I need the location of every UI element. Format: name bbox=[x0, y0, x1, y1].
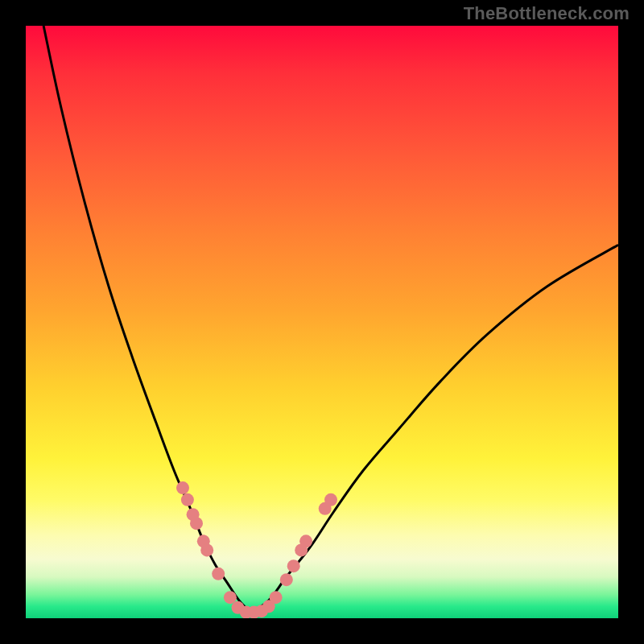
data-marker bbox=[299, 535, 312, 547]
right-branch-path bbox=[251, 245, 618, 612]
data-marker bbox=[324, 493, 337, 506]
data-marker bbox=[181, 493, 194, 506]
data-marker bbox=[280, 573, 293, 586]
data-marker bbox=[224, 591, 237, 604]
data-marker bbox=[270, 591, 283, 604]
left-branch-path bbox=[43, 26, 251, 613]
data-marker bbox=[190, 517, 203, 530]
chart-frame: TheBottleneck.com bbox=[0, 0, 644, 644]
data-marker bbox=[212, 568, 225, 580]
curve-right bbox=[251, 245, 618, 612]
data-marker bbox=[176, 481, 189, 494]
curve-layer bbox=[26, 26, 618, 618]
curve-left bbox=[43, 26, 251, 613]
data-marker bbox=[200, 543, 213, 556]
plot-area bbox=[26, 26, 618, 618]
watermark-text: TheBottleneck.com bbox=[464, 3, 630, 24]
data-marker bbox=[287, 559, 300, 572]
markers-group bbox=[176, 481, 337, 618]
